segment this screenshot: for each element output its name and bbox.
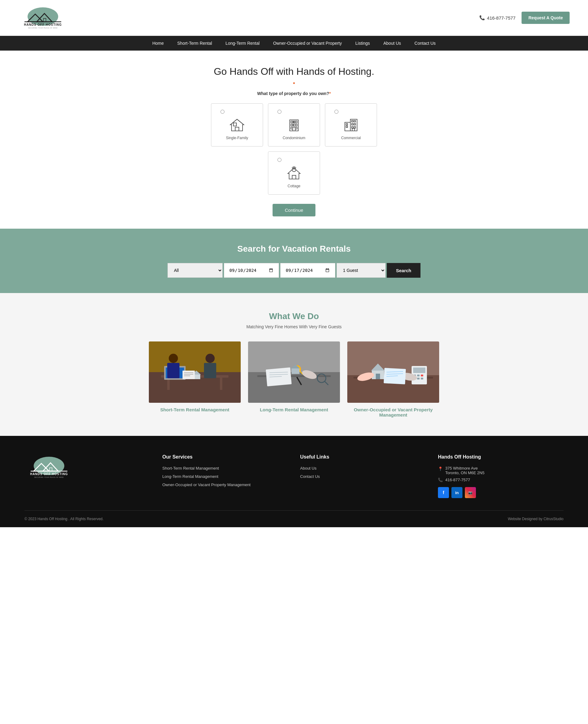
nav-listings[interactable]: Listings [349, 36, 376, 51]
svg-rect-51 [183, 370, 195, 379]
svg-rect-42 [220, 378, 222, 390]
guests-select[interactable]: 1 Guest 2 Guests 3 Guests 4 Guests 5+ Gu… [337, 263, 385, 278]
checkin-input[interactable] [224, 263, 279, 278]
cottage-icon [286, 165, 302, 181]
services-grid: Short-Term Rental Management [24, 341, 564, 418]
svg-rect-79 [421, 375, 423, 377]
copyright-text: © 2023 Hands Off Hosting . All Rights Re… [24, 517, 104, 521]
commercial-icon [343, 117, 359, 133]
svg-point-47 [206, 354, 215, 363]
logo-area: HANDS OFF HOSTING SECURING YOUR PEACE OF… [18, 5, 67, 31]
single-family-icon [229, 117, 245, 133]
single-family-label: Single-Family [226, 136, 248, 140]
service-title-1: Short-Term Rental Management [149, 407, 241, 412]
svg-line-11 [237, 119, 244, 125]
phone-icon: 📞 [479, 15, 485, 21]
property-card-single-family[interactable]: Single-Family [211, 103, 263, 146]
search-title: Search for Vacation Rentals [18, 244, 570, 254]
svg-rect-82 [421, 378, 423, 380]
footer-phone: 📞 416-877-7577 [438, 478, 564, 482]
nav-long-term[interactable]: Long-Term Rental [219, 36, 266, 51]
site-footer: HANDS OFF HOSTING SECURING YOUR PEACE OF… [0, 436, 588, 527]
search-section: Search for Vacation Rentals All Toronto … [0, 229, 588, 293]
footer-service-link-2[interactable]: Long-Term Rental Management [162, 474, 288, 479]
continue-button[interactable]: Continue [273, 204, 315, 216]
address-line2: Toronto, ON M6E 2N5 [445, 470, 484, 475]
property-card-condominium[interactable]: Condominium [268, 103, 320, 146]
svg-rect-30 [352, 126, 353, 128]
facebook-button[interactable]: f [438, 487, 449, 498]
svg-rect-9 [233, 123, 236, 126]
service-img-1 [149, 341, 241, 403]
footer-address: 📍 375 Whitmore Ave Toronto, ON M6E 2N5 [438, 466, 564, 475]
hero-title: Go Hands Off with Hands of Hosting. [6, 66, 582, 77]
main-nav: Home Short-Term Rental Long-Term Rental … [0, 36, 588, 51]
svg-rect-18 [295, 124, 297, 126]
svg-text:SECURING YOUR PEACE OF MIND: SECURING YOUR PEACE OF MIND [28, 27, 58, 29]
footer-service-link-3[interactable]: Owner-Occupied or Vacant Property Manage… [162, 482, 288, 487]
footer-phone-number: 416-877-7577 [445, 478, 470, 482]
svg-rect-15 [295, 121, 297, 123]
quote-button[interactable]: Request A Quote [522, 12, 570, 24]
phone-number: 416-877-7577 [487, 15, 516, 21]
svg-rect-8 [235, 127, 239, 131]
svg-rect-81 [417, 378, 420, 380]
nav-about[interactable]: About Us [377, 36, 408, 51]
radio-commercial[interactable] [334, 110, 338, 114]
service-card-1: Short-Term Rental Management [149, 341, 241, 418]
svg-rect-16 [291, 124, 293, 126]
commercial-label: Commercial [341, 136, 361, 140]
nav-home[interactable]: Home [145, 36, 170, 51]
footer-phone-icon: 📞 [438, 478, 443, 482]
footer-bottom: © 2023 Hands Off Hosting . All Rights Re… [24, 510, 564, 527]
nav-contact[interactable]: Contact Us [407, 36, 442, 51]
svg-rect-26 [352, 120, 353, 122]
property-card-commercial[interactable]: Commercial [325, 103, 377, 146]
svg-rect-13 [291, 121, 293, 123]
svg-rect-29 [354, 123, 356, 125]
radio-single-family[interactable] [220, 110, 225, 114]
footer-logo-area: HANDS OFF HOSTING SECURING YOUR PEACE OF… [24, 454, 150, 498]
svg-rect-32 [352, 128, 355, 131]
svg-text:SECURING YOUR PEACE OF MIND: SECURING YOUR PEACE OF MIND [34, 476, 64, 478]
social-icons: f in 📷 [438, 487, 564, 498]
address-line1: 375 Whitmore Ave [445, 466, 484, 470]
svg-rect-24 [346, 123, 348, 125]
what-we-do-subtitle: Matching Very Fine Homes With Very Fine … [24, 324, 564, 329]
svg-rect-71 [292, 368, 299, 374]
svg-text:HANDS OFF HOSTING: HANDS OFF HOSTING [24, 23, 62, 26]
svg-rect-34 [292, 175, 296, 179]
footer-contact-link[interactable]: Contact Us [300, 474, 426, 479]
required-marker: * [329, 91, 331, 96]
radio-condominium[interactable] [277, 110, 281, 114]
svg-rect-48 [204, 363, 216, 378]
svg-rect-46 [167, 363, 180, 378]
hero-section: Go Hands Off with Hands of Hosting. • Wh… [0, 51, 588, 229]
footer-about-link[interactable]: About Us [300, 466, 426, 470]
condominium-icon [286, 117, 302, 133]
what-we-do-title: What We Do [24, 311, 564, 321]
svg-rect-78 [417, 375, 420, 377]
logo-svg: HANDS OFF HOSTING SECURING YOUR PEACE OF… [18, 5, 67, 29]
radio-cottage[interactable] [277, 158, 281, 162]
nav-owner-occupied[interactable]: Owner-Occupied or Vacant Property [267, 36, 349, 51]
footer-service-link-1[interactable]: Short-Term Rental Management [162, 466, 288, 470]
nav-short-term[interactable]: Short-Term Rental [171, 36, 219, 51]
search-button[interactable]: Search [387, 263, 420, 278]
location-icon: 📍 [438, 466, 443, 471]
checkout-input[interactable] [280, 263, 335, 278]
footer-useful-links: Useful Links About Us Contact Us [300, 454, 426, 498]
search-controls: All Toronto Mississauga Brampton 1 Guest… [18, 263, 570, 278]
service-card-3: Owner-Occupied or Vacant Property Manage… [347, 341, 439, 418]
instagram-button[interactable]: 📷 [465, 487, 476, 498]
footer-useful-links-title: Useful Links [300, 454, 426, 460]
svg-rect-76 [413, 367, 425, 373]
property-card-cottage[interactable]: Cottage [268, 152, 320, 195]
condominium-label: Condominium [283, 136, 305, 140]
svg-rect-85 [376, 374, 380, 379]
linkedin-button[interactable]: in [451, 487, 462, 498]
orange-dot: • [6, 80, 582, 87]
svg-rect-25 [346, 126, 348, 127]
location-select[interactable]: All Toronto Mississauga Brampton [168, 263, 223, 278]
service-image-placeholder-2 [248, 341, 340, 403]
